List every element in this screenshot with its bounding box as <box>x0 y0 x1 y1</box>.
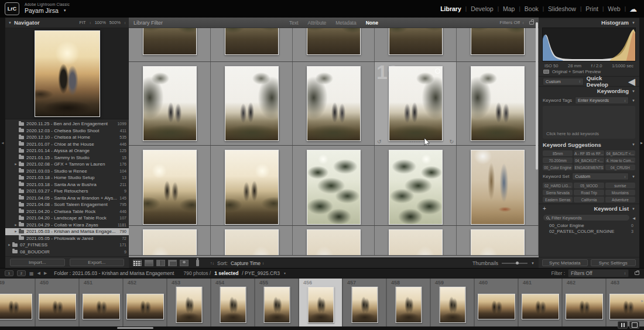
photo-cell[interactable] <box>211 62 293 145</box>
filter-mode-text[interactable]: Text <box>289 20 299 26</box>
keyword-suggestion[interactable]: 04_BACKLIT <... <box>574 157 604 163</box>
keyword-set-item[interactable]: Sierra Nevada <box>543 190 573 195</box>
photo-cell[interactable] <box>129 146 211 225</box>
filters-state-dropdown[interactable]: Filters Off <box>499 20 520 25</box>
photo-cell[interactable] <box>375 28 457 61</box>
filter-lock-icon[interactable] <box>635 271 639 275</box>
navigator-zoom-option[interactable]: FIT <box>79 20 85 25</box>
folder-row[interactable]: 2021.04.05 - Santa Ana w Brandon + Alys.… <box>5 195 129 202</box>
folder-row[interactable]: ▶2021.05.03 - Krishan and Marisa Engage.… <box>5 228 129 235</box>
filter-lock-icon[interactable] <box>529 21 534 25</box>
keyword-suggestion[interactable]: ENGAGEMENTS <box>574 164 604 170</box>
filmstrip-cell[interactable]: 462 <box>563 279 607 326</box>
filmstrip-cell[interactable]: 451 <box>80 279 124 326</box>
photo-cell[interactable] <box>457 28 539 61</box>
pause-icon[interactable] <box>618 321 628 329</box>
loupe-view-button[interactable] <box>145 260 153 266</box>
add-keyword-icon[interactable]: + <box>543 205 546 212</box>
keyword-suggestion[interactable]: 4. How to Com... <box>605 157 635 163</box>
module-tab-book[interactable]: Book <box>520 5 543 12</box>
chevron-down-icon[interactable]: ▼ <box>283 271 286 275</box>
filmstrip-filter-dropdown[interactable]: Filters Off ↕ <box>568 269 629 277</box>
photo-cell[interactable] <box>457 146 539 225</box>
painter-tool-icon[interactable] <box>196 260 199 266</box>
filmstrip-cell[interactable]: 459 <box>431 279 475 326</box>
folder-row[interactable]: 2021.04.08 - Scott Taleen Engagement795 <box>5 201 129 208</box>
filmstrip-cell[interactable]: 457 <box>343 279 387 326</box>
expand-arrow-icon[interactable]: ▶ <box>13 224 18 226</box>
keyword-filter-input[interactable]: Filter Keywords <box>543 214 630 221</box>
photo-cell[interactable] <box>211 146 293 225</box>
keyword-set-item[interactable]: 02_HARD LIG... <box>543 183 573 188</box>
filmstrip-cell[interactable]: 455 <box>255 279 299 326</box>
filmstrip-cell[interactable]: 450 <box>36 279 80 326</box>
expand-arrow-icon[interactable]: ▶ <box>7 243 12 246</box>
back-arrow-icon[interactable]: ◀ <box>37 271 40 276</box>
keyword-set-item[interactable]: Adventure <box>605 197 635 202</box>
photo-cell[interactable] <box>211 28 293 61</box>
sync-settings-button[interactable]: Sync Settings <box>591 259 636 266</box>
photo-cell[interactable] <box>129 62 211 145</box>
slider-knob[interactable] <box>516 262 519 264</box>
keyword-list-header[interactable]: + Keyword List ▼ <box>539 204 639 213</box>
photo-cell[interactable] <box>293 28 375 61</box>
grid-icon[interactable]: ▦ <box>29 271 34 276</box>
photo-cell[interactable] <box>457 226 539 255</box>
keyword-list-item[interactable]: 02_PASTEL_COLOR_ENGINE3 <box>539 228 639 234</box>
folder-row[interactable]: 2021.04.20 - Landscape at Table Rock107 <box>5 215 129 222</box>
filmstrip-cell[interactable]: 460 <box>475 279 519 326</box>
photo-cell[interactable] <box>129 226 211 255</box>
folder-row[interactable]: 2021.01.07 - Chloe at the House446 <box>5 141 129 148</box>
photo-cell[interactable] <box>375 146 457 225</box>
cloud-sync-icon[interactable]: ☁ <box>626 5 640 13</box>
filmstrip-cell[interactable]: 453 <box>167 279 211 326</box>
keyword-suggestion[interactable]: 04_CRUSH <box>605 164 635 170</box>
navigator-zoom-option[interactable]: 100% <box>95 20 106 25</box>
thumbnail-size-slider[interactable] <box>502 263 527 264</box>
folder-row[interactable]: 2021.01.15 - Sammy in Studio15 <box>5 154 129 161</box>
sync-metadata-button[interactable]: Sync Metadata <box>542 259 588 266</box>
histogram-graph[interactable] <box>542 28 636 61</box>
keyword-suggestion[interactable]: A - RF 85 vs RF... <box>574 150 604 156</box>
keyword-suggestions-header[interactable]: Keyword Suggestions ▼ <box>539 140 639 149</box>
folder-row[interactable]: 2021.03.03 - Studio w Renee104 <box>5 168 129 175</box>
folder-row[interactable]: 2021.01.14 - Alyssa at Orange125 <box>5 147 129 154</box>
filter-mode-metadata[interactable]: Metadata <box>335 20 356 26</box>
identity-plate[interactable]: Payam Jirsa ▼ <box>25 7 67 14</box>
keyword-suggestion[interactable]: 85mm <box>543 150 573 156</box>
folder-row[interactable]: 2020.12.10 - Chelsea at Home535 <box>5 134 129 141</box>
histogram-panel-header[interactable]: Histogram ▼ <box>539 18 639 27</box>
folder-row[interactable]: 2021.03.18 - Home Studio Setup13 <box>5 174 129 181</box>
folder-row[interactable]: 2020.11.25 - Ben and Jen Engagement1099 <box>5 121 129 128</box>
photo-cell[interactable] <box>129 28 211 61</box>
folder-row[interactable]: ▶07_FITNESS171 <box>5 242 129 249</box>
folder-row[interactable]: 2021.03.18 - Santa Ana w Bushra211 <box>5 181 129 188</box>
sort-direction-icon[interactable]: ↑↓ <box>210 261 214 265</box>
photo-cell[interactable] <box>211 226 293 255</box>
module-tab-print[interactable]: Print <box>581 5 602 12</box>
compare-view-button[interactable] <box>156 260 165 266</box>
keyword-set-item[interactable]: 05_MOOD <box>574 183 604 188</box>
survey-view-button[interactable] <box>168 260 177 266</box>
filmstrip-cell[interactable]: 452 <box>124 279 167 326</box>
navigator-preview-image[interactable] <box>35 30 100 117</box>
saved-preset-select[interactable]: Custom ↕ <box>543 78 584 85</box>
folder-row[interactable]: ▶2021.04.29 - Collab w Kiara Zayas1181 <box>5 222 129 229</box>
folder-row[interactable]: 2021.05.05 - Photowalk w Jared72 <box>5 235 129 242</box>
module-tab-slideshow[interactable]: Slideshow <box>544 5 580 12</box>
filter-mode-none[interactable]: None <box>366 20 378 26</box>
keyword-set-item[interactable]: California <box>574 197 604 202</box>
left-panel-collapse-strip[interactable]: ◀ <box>0 18 5 268</box>
keyword-entry-area[interactable]: Click here to add keywords <box>543 106 635 139</box>
filmstrip-cell[interactable]: 454 <box>211 279 255 326</box>
quick-collection-badge[interactable] <box>435 68 440 74</box>
photo-cell[interactable] <box>293 62 375 145</box>
sort-criteria-dropdown[interactable]: Capture Time ↕ <box>231 260 264 266</box>
filmstrip-scrollbar[interactable] <box>117 327 153 329</box>
filmstrip-scroll-right-icon[interactable]: ▶ <box>641 299 643 302</box>
rotate-left-icon[interactable]: ↺ <box>377 139 382 145</box>
rating-dots[interactable]: ••••• <box>410 140 421 143</box>
people-view-button[interactable] <box>180 260 189 266</box>
module-tab-web[interactable]: Web <box>604 5 624 12</box>
keyword-suggestion[interactable]: 70-200mm <box>543 157 573 163</box>
